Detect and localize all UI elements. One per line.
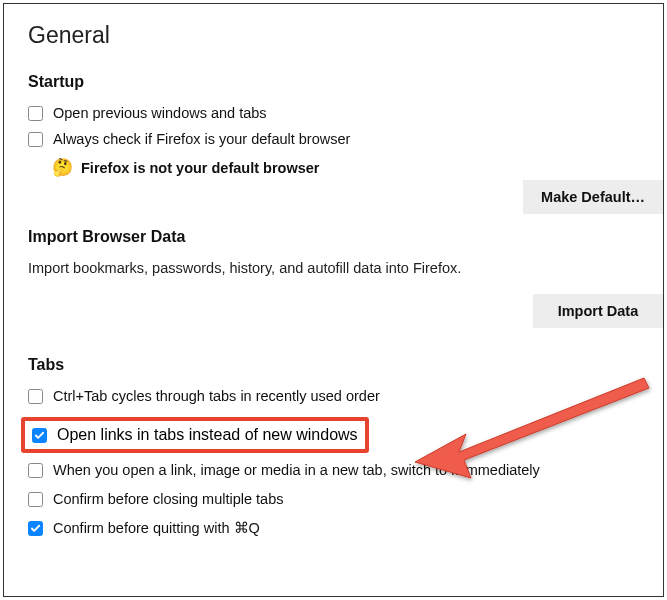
thinking-face-icon: 🤔 xyxy=(52,157,73,178)
make-default-button[interactable]: Make Default… xyxy=(523,180,663,214)
checkbox-confirm-quit[interactable] xyxy=(28,521,43,536)
settings-panel: General Startup Open previous windows an… xyxy=(3,3,664,597)
import-description: Import bookmarks, passwords, history, an… xyxy=(28,260,639,276)
default-browser-warn-text: Firefox is not your default browser xyxy=(81,160,319,176)
confirm-quit-label: Confirm before quitting with ⌘Q xyxy=(53,520,260,536)
open-links-label: Open links in tabs instead of new window… xyxy=(57,426,358,444)
checkbox-check-default[interactable] xyxy=(28,132,43,147)
checkbox-ctrl-tab[interactable] xyxy=(28,389,43,404)
highlight-annotation: Open links in tabs instead of new window… xyxy=(21,417,369,453)
import-heading: Import Browser Data xyxy=(28,228,639,246)
confirm-close-row[interactable]: Confirm before closing multiple tabs xyxy=(28,491,639,507)
tabs-heading: Tabs xyxy=(28,356,639,374)
checkbox-open-links[interactable] xyxy=(32,428,47,443)
import-data-button[interactable]: Import Data xyxy=(533,294,663,328)
checkbox-confirm-close[interactable] xyxy=(28,492,43,507)
confirm-close-label: Confirm before closing multiple tabs xyxy=(53,491,284,507)
checkmark-icon xyxy=(34,430,45,441)
open-previous-label: Open previous windows and tabs xyxy=(53,105,267,121)
ctrl-tab-row[interactable]: Ctrl+Tab cycles through tabs in recently… xyxy=(28,388,639,404)
confirm-quit-row[interactable]: Confirm before quitting with ⌘Q xyxy=(28,520,639,536)
default-browser-warning: 🤔 Firefox is not your default browser xyxy=(52,157,639,178)
page-title: General xyxy=(28,22,639,49)
checkbox-switch-immediate[interactable] xyxy=(28,463,43,478)
check-default-label: Always check if Firefox is your default … xyxy=(53,131,350,147)
ctrl-tab-label: Ctrl+Tab cycles through tabs in recently… xyxy=(53,388,380,404)
switch-immediate-row[interactable]: When you open a link, image or media in … xyxy=(28,462,639,478)
startup-heading: Startup xyxy=(28,73,639,91)
check-default-row[interactable]: Always check if Firefox is your default … xyxy=(28,131,639,147)
open-previous-row[interactable]: Open previous windows and tabs xyxy=(28,105,639,121)
checkbox-open-previous[interactable] xyxy=(28,106,43,121)
checkmark-icon xyxy=(30,523,41,534)
switch-immediate-label: When you open a link, image or media in … xyxy=(53,462,540,478)
